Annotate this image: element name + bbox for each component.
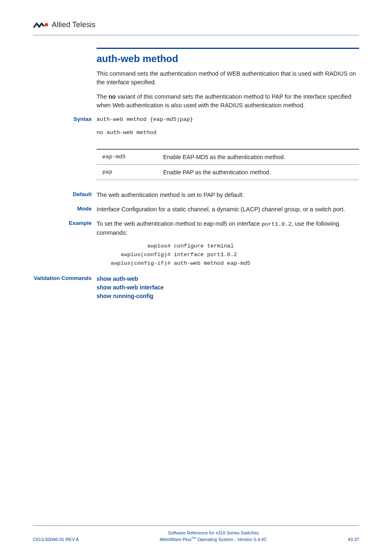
cmd-line: awplus(config-if)# auth-web method eap-m… (97, 260, 359, 266)
cmd-text: auth-web method eap-md5 (174, 260, 359, 266)
default-text: The web authentication method is set to … (97, 191, 359, 199)
footer-page-number: 43.37 (348, 537, 359, 543)
param-name: pap (97, 165, 157, 180)
validation-link[interactable]: show running-config (97, 292, 359, 301)
table-row: eap-md5 Enable EAP-MD5 as the authentica… (97, 149, 359, 165)
param-name: eap-md5 (97, 149, 157, 165)
mode-text: Interface Configuration for a static cha… (97, 205, 359, 214)
default-section: Default The web authentication method is… (97, 191, 359, 199)
logo-mark-icon (33, 21, 49, 29)
svg-point-2 (45, 23, 48, 26)
validation-section: Validation Commands show auth-web show a… (97, 275, 359, 301)
content-body: auth-web method This command sets the au… (97, 48, 359, 301)
mode-section: Mode Interface Configuration for a stati… (97, 205, 359, 214)
cmd-line: awplus# configure terminal (97, 243, 359, 249)
param-desc: Enable EAP-MD5 as the authentication met… (157, 149, 359, 165)
validation-link[interactable]: show auth-web interface (97, 283, 359, 292)
default-label: Default (33, 191, 97, 199)
footer-doc-id: C613-50046-01 REV A (33, 537, 79, 543)
example-label: Example (33, 220, 97, 227)
parameters-table: eap-md5 Enable EAP-MD5 as the authentica… (97, 149, 359, 180)
syntax-line-1: auth-web method {eap-md5|pap} (97, 116, 359, 124)
syntax-line-2: no auth-web method (97, 129, 359, 137)
cmd-text: configure terminal (174, 243, 359, 249)
syntax-section: Syntax auth-web method {eap-md5|pap} no … (97, 116, 359, 141)
footer-center: Software Reference for x310 Series Switc… (160, 530, 267, 543)
param-desc: Enable PAP as the authentication method. (157, 165, 359, 180)
footer-line1: Software Reference for x310 Series Switc… (160, 530, 267, 536)
example-section: Example To set the web authentication me… (97, 220, 359, 237)
syntax-label: Syntax (33, 116, 97, 123)
footer-line2: AlliedWare PlusTM Operating System - Ver… (160, 536, 267, 543)
logo-text: Allied Telesis (52, 21, 96, 29)
intro-paragraph-1: This command sets the authentication met… (97, 69, 359, 87)
cmd-prompt: awplus# (97, 243, 174, 249)
table-row: pap Enable PAP as the authentication met… (97, 165, 359, 180)
intro-paragraph-2: The no variant of this command sets the … (97, 92, 359, 110)
command-examples: awplus# configure terminal awplus(config… (97, 243, 359, 266)
validation-link[interactable]: show auth-web (97, 275, 359, 283)
cmd-text: interface port1.0.2 (174, 252, 359, 258)
example-text: To set the web authentication method to … (97, 220, 359, 237)
logo: Allied Telesis (33, 21, 96, 29)
cmd-prompt: awplus(config)# (97, 252, 174, 258)
cmd-line: awplus(config)# interface port1.0.2 (97, 252, 359, 258)
mode-label: Mode (33, 205, 97, 213)
page-title: auth-web method (97, 48, 359, 65)
cmd-prompt: awplus(config-if)# (97, 260, 174, 266)
page-footer: C613-50046-01 REV A Software Reference f… (33, 525, 359, 543)
page-header: Allied Telesis (33, 21, 359, 35)
validation-label: Validation Commands (33, 275, 97, 282)
